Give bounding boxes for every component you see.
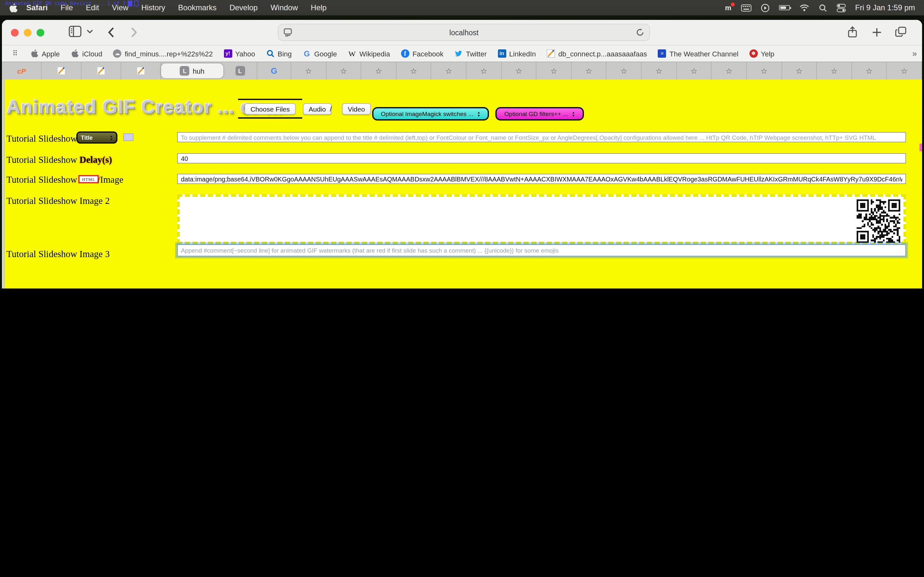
tab-bar: cPLhuhLG☆☆☆☆☆☆☆☆☆☆☆☆☆☆☆☆☆☆ bbox=[2, 61, 922, 79]
reader-icon[interactable] bbox=[284, 28, 292, 37]
bookmarks-grid[interactable]: ⠿ bbox=[11, 49, 19, 58]
tab-favorites-2[interactable]: ☆ bbox=[326, 62, 361, 79]
tab-huh[interactable]: Lhuh bbox=[161, 63, 223, 78]
tab-favorites-4[interactable]: ☆ bbox=[397, 62, 431, 79]
tab-favorites-14[interactable]: ☆ bbox=[747, 62, 782, 79]
html-badge-button[interactable]: HTML bbox=[78, 175, 99, 183]
favicon: ≡ bbox=[658, 49, 666, 58]
tab-l-page[interactable]: L bbox=[223, 62, 257, 79]
comment-watermark-input[interactable] bbox=[177, 244, 906, 256]
bookmark-label: Wikipedia bbox=[359, 50, 390, 57]
tab-cpanel[interactable]: cP bbox=[2, 62, 42, 79]
spotlight-search-icon[interactable] bbox=[819, 3, 827, 12]
bookmark-label: LinkedIn bbox=[509, 50, 536, 57]
tab-favorites-3[interactable]: ☆ bbox=[361, 62, 396, 79]
bookmark-label: iCloud bbox=[82, 50, 102, 57]
star-favicon: ☆ bbox=[796, 66, 803, 75]
tab-google[interactable]: G bbox=[257, 62, 291, 79]
close-button[interactable] bbox=[11, 29, 19, 37]
image2-dropzone[interactable] bbox=[177, 194, 906, 244]
menu-bookmarks[interactable]: Bookmarks bbox=[172, 3, 223, 12]
bookmark-label: db_connect.p...aaasaaafaas bbox=[558, 50, 647, 57]
tab-favorites-10[interactable]: ☆ bbox=[607, 62, 642, 79]
reload-icon[interactable] bbox=[636, 28, 644, 37]
choose-files-button[interactable]: Choose Files bbox=[245, 103, 296, 115]
tab-favorites-6[interactable]: ☆ bbox=[467, 62, 501, 79]
star-favicon: ☆ bbox=[656, 66, 662, 75]
tab-editor-3[interactable] bbox=[121, 62, 161, 79]
tab-favorites-5[interactable]: ☆ bbox=[431, 62, 467, 79]
star-favicon: ☆ bbox=[761, 66, 768, 75]
tab-favorites-8[interactable]: ☆ bbox=[537, 62, 572, 79]
zoom-window-button[interactable] bbox=[37, 29, 44, 37]
bookmark-weather-channel[interactable]: ≡The Weather Channel bbox=[658, 49, 738, 58]
menubar-clock[interactable]: Fri 9 Jan 1:59 pm bbox=[855, 3, 915, 12]
sidebar-chevron-icon[interactable] bbox=[87, 29, 93, 34]
bookmark-apple[interactable]: Apple bbox=[30, 49, 60, 58]
star-favicon: ☆ bbox=[586, 66, 593, 75]
tab-editor-2[interactable] bbox=[81, 62, 121, 79]
imagemagick-switches-select[interactable]: Optional ImageMagick switches ... ▲▼ bbox=[372, 107, 489, 121]
tab-favorites-9[interactable]: ☆ bbox=[572, 62, 607, 79]
bookmark-facebook[interactable]: fFacebook bbox=[401, 49, 444, 58]
play-status-icon[interactable] bbox=[761, 3, 769, 12]
video-button[interactable]: Video bbox=[342, 103, 371, 115]
tab-favorites-11[interactable]: ☆ bbox=[642, 62, 677, 79]
bookmark-bing[interactable]: Bing bbox=[266, 49, 292, 58]
bookmark-wikipedia[interactable]: WWikipedia bbox=[348, 49, 390, 58]
bookmarks-overflow-chevron[interactable]: » bbox=[913, 49, 917, 58]
tab-favorites-12[interactable]: ☆ bbox=[677, 62, 712, 79]
tab-favorites-15[interactable]: ☆ bbox=[782, 62, 817, 79]
bookmark-yelp[interactable]: ✽Yelp bbox=[750, 49, 774, 58]
bookmark-label: Facebook bbox=[413, 50, 444, 57]
bookmark-label: find_minus....rep+%22s%22 bbox=[125, 50, 213, 57]
tab-favorites-13[interactable]: ☆ bbox=[712, 62, 747, 79]
star-favicon: ☆ bbox=[410, 66, 417, 75]
title-colour-swatch[interactable] bbox=[123, 133, 134, 141]
pencil-icon bbox=[547, 49, 555, 58]
menu-history[interactable]: History bbox=[135, 3, 172, 12]
left-scrollbar-gutter[interactable] bbox=[2, 79, 5, 288]
title-config-input[interactable] bbox=[177, 132, 906, 142]
share-icon[interactable] bbox=[848, 26, 857, 38]
tab-overview-icon[interactable] bbox=[895, 26, 907, 37]
tab-favorites-17[interactable]: ☆ bbox=[852, 62, 887, 79]
new-tab-icon[interactable] bbox=[872, 27, 882, 37]
menu-develop[interactable]: Develop bbox=[223, 3, 264, 12]
menu-window[interactable]: Window bbox=[264, 3, 304, 12]
favicon: G bbox=[302, 49, 311, 58]
gd-filters-select[interactable]: Optional GD filters++ ... ▲▼ bbox=[495, 107, 584, 121]
url-field[interactable]: localhost bbox=[278, 24, 650, 41]
keyboard-icon[interactable] bbox=[741, 4, 751, 11]
bookmark-label: Yelp bbox=[761, 50, 774, 57]
back-button[interactable] bbox=[108, 27, 114, 38]
forward-button[interactable] bbox=[131, 27, 137, 38]
tab-favorites-7[interactable]: ☆ bbox=[501, 62, 536, 79]
favicon: in bbox=[498, 49, 506, 58]
bookmark-find-minus[interactable]: ☁find_minus....rep+%22s%22 bbox=[113, 49, 213, 58]
menu-help[interactable]: Help bbox=[304, 3, 333, 12]
delay-input[interactable] bbox=[177, 153, 906, 163]
base64-image-input[interactable] bbox=[177, 174, 906, 184]
battery-icon[interactable] bbox=[779, 5, 790, 10]
menubar-m-app-icon[interactable]: m bbox=[725, 4, 732, 11]
title-select[interactable]: Title ▲▼ bbox=[76, 131, 118, 143]
sidebar-toggle-icon[interactable] bbox=[69, 26, 81, 37]
bookmark-google[interactable]: GGoogle bbox=[302, 49, 337, 58]
bookmark-linkedin[interactable]: inLinkedIn bbox=[498, 49, 536, 58]
bookmark-icloud[interactable]: iCloud bbox=[71, 49, 102, 58]
gd-filters-label: Optional GD filters++ ... bbox=[504, 110, 568, 117]
minimize-button[interactable] bbox=[24, 29, 31, 37]
wifi-icon[interactable] bbox=[799, 4, 809, 11]
tab-favorites-18[interactable]: ☆ bbox=[887, 62, 922, 79]
tab-editor-1[interactable] bbox=[42, 62, 81, 79]
star-favicon: ☆ bbox=[515, 66, 522, 75]
bookmark-twitter[interactable]: Twitter bbox=[454, 49, 487, 58]
control-center-icon[interactable] bbox=[837, 3, 845, 12]
bookmark-yahoo[interactable]: y!Yahoo bbox=[224, 49, 255, 58]
tab-favorites-1[interactable]: ☆ bbox=[291, 62, 326, 79]
tab-favorites-16[interactable]: ☆ bbox=[817, 62, 852, 79]
right-scrollbar-thumb[interactable] bbox=[919, 143, 922, 151]
bookmark-db-connect[interactable]: db_connect.p...aaasaaafaas bbox=[547, 49, 647, 58]
audio-button[interactable]: Audio bbox=[303, 103, 332, 115]
